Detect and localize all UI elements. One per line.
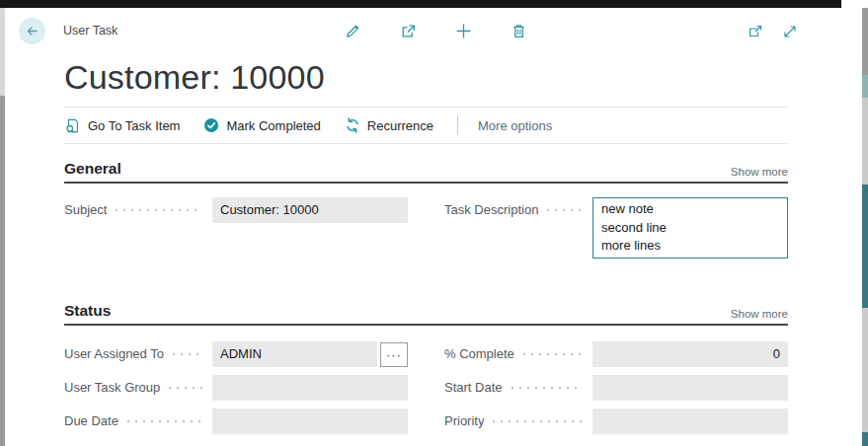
- percent-complete-label: % Complete: [444, 341, 514, 367]
- task-description-label: Task Description: [444, 197, 538, 223]
- share-button[interactable]: [399, 22, 417, 39]
- go-to-task-item-label: Go To Task Item: [88, 118, 180, 133]
- due-date-input[interactable]: [212, 409, 408, 434]
- user-task-group-field: User Task Group: [64, 375, 408, 401]
- textarea-line: more lines: [601, 237, 779, 256]
- window-controls: [747, 23, 799, 40]
- page-caption: User Task: [63, 24, 118, 37]
- status-section-header: Status Show more: [64, 302, 788, 326]
- dotted-leader: [168, 375, 202, 401]
- due-date-field: Due Date: [64, 409, 408, 434]
- open-in-new-window-button[interactable]: [747, 23, 764, 40]
- right-window-edge-seg2: [862, 75, 868, 98]
- new-button[interactable]: [454, 22, 472, 39]
- user-assigned-to-input[interactable]: ADMIN: [212, 341, 377, 367]
- task-description-textarea[interactable]: new note second line more lines: [592, 197, 788, 259]
- action-bar: Go To Task Item Mark Completed Recurrenc…: [64, 108, 788, 143]
- status-show-more-link[interactable]: Show more: [731, 308, 788, 320]
- due-date-label: Due Date: [64, 409, 118, 434]
- right-window-edge-seg6: [862, 432, 868, 446]
- start-date-input[interactable]: [592, 375, 788, 401]
- general-section-title[interactable]: General: [64, 160, 121, 178]
- right-window-edge-seg4: [862, 185, 868, 308]
- dotted-leader: [115, 197, 202, 223]
- right-window-edge-seg5: [862, 308, 868, 432]
- go-to-task-item-icon: [64, 117, 81, 134]
- command-bar-actions: [344, 22, 527, 39]
- expand-diagonal-icon: [782, 24, 798, 39]
- general-fields: Subject Customer: 10000 Task Description…: [64, 197, 788, 266]
- user-task-group-label: User Task Group: [64, 375, 160, 401]
- subject-input[interactable]: Customer: 10000: [212, 197, 408, 223]
- priority-field: Priority: [444, 409, 788, 434]
- right-window-edge-seg3: [862, 98, 868, 185]
- subject-field: Subject Customer: 10000: [64, 197, 408, 223]
- recurrence-action[interactable]: Recurrence: [345, 117, 434, 133]
- check-circle-icon: [203, 117, 219, 133]
- user-assigned-to-input-group: ADMIN ···: [212, 341, 408, 367]
- general-show-more-link[interactable]: Show more: [731, 166, 788, 178]
- user-task-group-input[interactable]: [212, 375, 408, 401]
- more-options-button[interactable]: More options: [478, 118, 552, 133]
- user-assigned-to-field: User Assigned To ADMIN ···: [64, 341, 408, 367]
- percent-complete-field: % Complete 0: [444, 341, 788, 367]
- edit-button[interactable]: [344, 22, 361, 39]
- start-date-label: Start Date: [444, 375, 503, 401]
- pencil-icon: [345, 23, 361, 39]
- expand-button[interactable]: [781, 23, 799, 40]
- go-to-task-item-action[interactable]: Go To Task Item: [64, 117, 180, 134]
- trash-icon: [511, 23, 527, 39]
- status-fields: User Assigned To ADMIN ··· % Complete 0 …: [64, 341, 788, 442]
- dotted-leader: [546, 197, 583, 223]
- recurrence-icon: [345, 117, 360, 133]
- action-bar-separator: [457, 115, 458, 135]
- action-bar-divider: [64, 143, 788, 144]
- dotted-leader: [492, 409, 583, 434]
- start-date-field: Start Date: [444, 375, 788, 401]
- priority-label: Priority: [444, 409, 484, 434]
- general-section-header: General Show more: [64, 160, 788, 184]
- percent-complete-input[interactable]: 0: [592, 341, 788, 367]
- top-window-chrome-bar: [0, 0, 841, 8]
- status-section-title[interactable]: Status: [64, 302, 111, 320]
- textarea-line: second line: [601, 219, 779, 238]
- page-title: Customer: 10000: [64, 56, 862, 98]
- page-content: User Task: [5, 8, 862, 446]
- priority-input[interactable]: [592, 409, 788, 434]
- arrow-left-icon: [25, 24, 39, 38]
- mark-completed-action[interactable]: Mark Completed: [203, 117, 320, 133]
- dotted-leader: [126, 409, 202, 434]
- recurrence-label: Recurrence: [367, 118, 434, 133]
- mark-completed-label: Mark Completed: [226, 118, 320, 133]
- back-button[interactable]: [19, 18, 45, 44]
- right-window-edge-seg1: [862, 8, 868, 75]
- textarea-line: new note: [601, 200, 779, 219]
- dotted-leader: [172, 341, 202, 367]
- task-description-field: Task Description new note second line mo…: [444, 197, 788, 259]
- assist-edit-button[interactable]: ···: [380, 342, 408, 367]
- user-assigned-to-label: User Assigned To: [64, 341, 164, 367]
- open-in-new-window-icon: [748, 24, 763, 39]
- subject-label: Subject: [64, 197, 107, 223]
- dotted-leader: [511, 375, 583, 401]
- command-bar: User Task: [5, 8, 862, 54]
- plus-icon: [455, 23, 472, 39]
- delete-button[interactable]: [510, 22, 527, 39]
- user-task-card-window: User Task: [0, 0, 868, 446]
- dotted-leader: [522, 341, 583, 367]
- share-icon: [400, 23, 417, 39]
